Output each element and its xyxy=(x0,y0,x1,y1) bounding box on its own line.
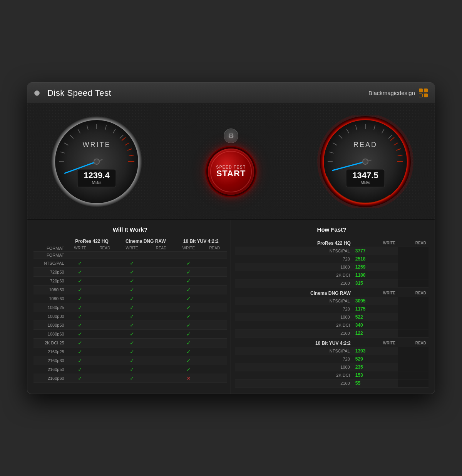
read-unit-text: MB/s xyxy=(360,180,370,185)
check-icon: ✓ xyxy=(186,260,191,266)
how-fast-row: NTSC/PAL3777 xyxy=(235,247,429,255)
write-label: WRITE xyxy=(83,141,111,149)
close-button[interactable] xyxy=(34,90,40,96)
row-format-label: 720p60 xyxy=(33,276,67,285)
row-format-label: 2160p60 xyxy=(33,374,67,382)
check-icon: ✓ xyxy=(186,331,191,337)
row-format-label: NTSC/PAL xyxy=(33,259,67,267)
check-icon: ✓ xyxy=(186,340,191,346)
check-icon: ✓ xyxy=(186,322,191,328)
check-icon: ✓ xyxy=(78,366,82,372)
check-icon: ✓ xyxy=(130,375,134,381)
check-icon: ✓ xyxy=(130,331,134,337)
how-fast-row: 1080522 xyxy=(235,313,429,321)
will-work-row: 1080p50✓✓✓ xyxy=(33,321,227,329)
check-icon: ✓ xyxy=(78,375,82,381)
how-fast-group-title: 10 Bit YUV 4:2:2 WRITE READ xyxy=(235,337,429,347)
check-icon: ✓ xyxy=(130,287,134,293)
how-fast-row: 720529 xyxy=(235,355,429,363)
row-format-label: 1080i60 xyxy=(33,294,67,303)
row-format-label: 1080p30 xyxy=(33,312,67,321)
check-icon: ✓ xyxy=(186,366,191,372)
check-icon: ✓ xyxy=(130,349,134,355)
how-fast-row: 2K DCI340 xyxy=(235,321,429,329)
col-header-yuv: 10 Bit YUV 4:2:2 xyxy=(175,237,227,245)
how-fast-row: 2K DCI1180 xyxy=(235,271,429,279)
row-format-label: 1080p50 xyxy=(33,321,67,329)
row-format-label: 2160p50 xyxy=(33,365,67,374)
write-value-text: 1239.4 xyxy=(84,170,110,180)
how-fast-row: 2160315 xyxy=(235,279,429,287)
bmd-dot-4 xyxy=(424,94,428,97)
check-icon: ✓ xyxy=(78,269,82,275)
how-fast-table: ProRes 422 HQ WRITE READ NTSC/PAL3777720… xyxy=(235,237,429,387)
gauge-section: WRITE 1239.4 MB/s ⚙ SPEED TEST START xyxy=(27,104,435,220)
check-icon: ✓ xyxy=(78,322,82,328)
will-it-work-table: ProRes 422 HQ Cinema DNG RAW 10 Bit YUV … xyxy=(33,237,227,383)
write-unit-text: MB/s xyxy=(92,180,102,185)
start-button[interactable]: SPEED TEST START xyxy=(208,149,254,195)
write-gauge-svg: WRITE 1239.4 MB/s xyxy=(43,115,151,208)
sub-cdng-read: READ xyxy=(147,245,175,251)
col-header-cdng: Cinema DNG RAW xyxy=(116,237,175,245)
will-work-row: 1080p30✓✓✓ xyxy=(33,312,227,321)
will-work-row: 2160p25✓✓✓ xyxy=(33,347,227,356)
check-icon: ✓ xyxy=(130,357,134,364)
read-value-text: 1347.5 xyxy=(352,170,378,180)
check-icon: ✓ xyxy=(78,313,82,319)
how-fast-row: 216055 xyxy=(235,379,429,387)
bmd-dot-3 xyxy=(419,94,423,97)
will-work-row: 1080p25✓✓✓ xyxy=(33,303,227,312)
app-title: Disk Speed Test xyxy=(47,88,111,98)
how-fast-title: How Fast? xyxy=(235,226,429,233)
read-gauge-svg: READ 1347.5 MB/s xyxy=(311,115,419,208)
check-icon: ✓ xyxy=(78,278,82,284)
write-gauge: WRITE 1239.4 MB/s xyxy=(43,115,151,208)
check-icon: ✓ xyxy=(78,331,82,337)
row-format-label: 1080i50 xyxy=(33,285,67,294)
bmd-dot-1 xyxy=(419,89,423,92)
check-icon: ✓ xyxy=(130,296,134,302)
check-icon: ✓ xyxy=(78,340,82,346)
check-icon: ✓ xyxy=(78,260,82,266)
check-icon: ✓ xyxy=(130,340,134,346)
settings-button[interactable]: ⚙ xyxy=(224,129,238,143)
check-icon: ✓ xyxy=(78,304,82,311)
will-work-row: 1080i50✓✓✓ xyxy=(33,285,227,294)
will-work-row: 720p50✓✓✓ xyxy=(33,267,227,276)
bmd-dot-2 xyxy=(424,89,428,92)
how-fast-group-title: ProRes 422 HQ WRITE READ xyxy=(235,237,429,247)
check-icon: ✓ xyxy=(78,287,82,293)
sub-format: FORMAT xyxy=(33,245,67,251)
check-icon: ✓ xyxy=(186,287,191,293)
col-header-format xyxy=(33,237,67,245)
row-format-label: 1080p60 xyxy=(33,329,67,338)
how-fast-row: 2160122 xyxy=(235,329,429,337)
check-icon: ✓ xyxy=(186,349,191,355)
check-icon: ✓ xyxy=(130,260,134,266)
sub-yuv-read: READ xyxy=(203,245,227,251)
will-work-row: 2160p60✓✓✕ xyxy=(33,374,227,382)
will-it-work-title: Will It Work? xyxy=(33,226,227,233)
how-fast-group-title: Cinema DNG RAW WRITE READ xyxy=(235,287,429,297)
will-work-row: NTSC/PAL✓✓✓ xyxy=(33,259,227,267)
how-fast-row: NTSC/PAL3095 xyxy=(235,297,429,305)
check-icon: ✓ xyxy=(186,269,191,275)
how-fast-row: 7202518 xyxy=(235,255,429,263)
sub-prores-read: READ xyxy=(93,245,116,251)
check-icon: ✓ xyxy=(186,296,191,302)
gear-icon: ⚙ xyxy=(228,132,234,140)
check-icon: ✓ xyxy=(130,304,134,311)
app-window: Disk Speed Test Blackmagicdesign xyxy=(27,82,435,394)
check-icon: ✓ xyxy=(130,322,134,328)
how-fast-row: 2K DCI153 xyxy=(235,371,429,379)
brand-name: Blackmagicdesign xyxy=(368,90,415,96)
how-fast-row: 10801259 xyxy=(235,263,429,271)
how-fast-row: 7201175 xyxy=(235,305,429,313)
row-format-label: FORMAT xyxy=(33,251,67,259)
read-gauge: READ 1347.5 MB/s xyxy=(311,115,419,208)
check-icon: ✓ xyxy=(78,296,82,302)
cross-icon: ✕ xyxy=(186,375,191,381)
read-label: READ xyxy=(353,141,377,149)
check-icon: ✓ xyxy=(186,304,191,311)
